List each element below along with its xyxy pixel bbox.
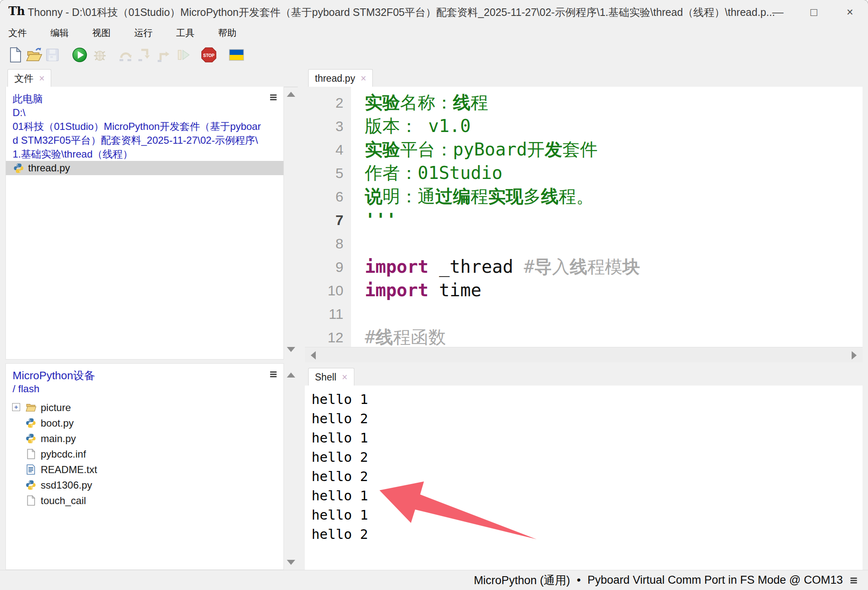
files-tabrow: 文件 × [5, 69, 298, 87]
menu-item-1[interactable]: 编辑 [50, 27, 69, 39]
device-file-row-main.py[interactable]: main.py [6, 431, 283, 446]
device-file-row-README.txt[interactable]: README.txt [6, 462, 283, 477]
line-code: ''' [351, 208, 397, 232]
device-menu-icon[interactable] [269, 370, 278, 379]
tab-shell[interactable]: Shell × [308, 368, 354, 386]
line-number: 3 [305, 114, 351, 138]
interpreter-label[interactable]: MicroPython (通用) [474, 573, 570, 588]
shell-panel[interactable]: hello 2hello 1hello 2hello 1hello 2hello… [305, 386, 863, 570]
menu-item-2[interactable]: 视图 [92, 27, 111, 39]
code-line-9: 9import _thread #导入线程模块 [305, 255, 863, 279]
window-title: Thonny - D:\01科技（01Studio）MicroPython开发套… [28, 0, 775, 25]
code-segment: 过编 [435, 186, 470, 207]
code-segment: 作者：01Studio [365, 163, 502, 183]
close-icon[interactable]: × [342, 372, 347, 383]
line-code: 实验名称：线程 [351, 91, 488, 114]
file-row-thread-py[interactable]: thread.py [6, 161, 283, 175]
device-file-name: README.txt [41, 464, 97, 476]
menu-item-0[interactable]: 文件 [8, 27, 27, 39]
device-file-list: +pictureboot.pymain.pypybcdc.infREADME.t… [6, 400, 283, 508]
files-panel: 此电脑D:\01科技（01Studio）MicroPython开发套件（基于py… [5, 87, 284, 360]
device-scroll-up-icon[interactable] [287, 373, 295, 378]
step-out-icon [156, 47, 172, 63]
file-icon [25, 495, 36, 506]
files-menu-icon[interactable] [269, 93, 278, 102]
separator-dot: • [577, 574, 580, 587]
close-icon[interactable]: × [361, 73, 366, 84]
files-scroll-up-icon[interactable] [287, 92, 295, 97]
shell-output-line: hello 2 [312, 409, 863, 428]
stop-icon[interactable]: STOP [200, 47, 217, 63]
run-icon[interactable] [71, 47, 88, 63]
titlebar[interactable]: Th Thonny - D:\01科技（01Studio）MicroPython… [0, 0, 868, 25]
path-line[interactable]: 01科技（01Studio）MicroPython开发套件（基于pyboar [13, 119, 283, 133]
device-file-row-boot.py[interactable]: boot.py [6, 415, 283, 431]
folder-icon [25, 402, 36, 413]
device-file-name: picture [41, 402, 71, 414]
tab-shell-label: Shell [315, 372, 336, 383]
code-segment: 块 [623, 256, 640, 277]
menu-item-5[interactable]: 帮助 [218, 27, 236, 39]
step-into-icon [136, 47, 153, 63]
line-number: 1 [305, 87, 351, 91]
port-label[interactable]: Pyboard Virtual Comm Port in FS Mode @ C… [587, 574, 843, 587]
scroll-right-icon[interactable] [852, 351, 857, 360]
shell-output-line: hello 1 [312, 390, 863, 409]
path-line[interactable]: d STM32F05平台）配套资料_2025-11-27\02-示例程序\ [13, 133, 283, 147]
line-number: 10 [305, 279, 351, 302]
line-code: 版本： v1.0 [351, 114, 470, 138]
tab-files-label: 文件 [14, 72, 34, 85]
shell-output-line: hello 1 [312, 486, 863, 505]
device-file-name: pybcdc.inf [41, 448, 86, 460]
svg-text:STOP: STOP [203, 53, 214, 58]
tab-files[interactable]: 文件 × [8, 69, 51, 87]
device-file-row-touch_cail[interactable]: touch_cail [6, 493, 283, 508]
new-file-icon[interactable] [7, 47, 23, 63]
editor-horizontal-scrollbar[interactable] [305, 347, 863, 362]
code-segment: 线 [570, 256, 587, 277]
code-segment: 导 [535, 256, 552, 277]
thonny-logo-icon: Th [8, 5, 23, 20]
path-line[interactable]: 此电脑 [13, 92, 283, 106]
device-path[interactable]: / flash [6, 382, 283, 396]
line-number: 8 [305, 232, 351, 255]
code-segment: 明：通 [382, 186, 435, 207]
close-button[interactable]: × [844, 6, 856, 19]
scroll-left-icon[interactable] [311, 351, 316, 360]
code-line-2: 2实验名称：线程 [305, 91, 863, 114]
device-file-row-ssd1306.py[interactable]: ssd1306.py [6, 477, 283, 493]
minimize-button[interactable]: — [772, 6, 784, 19]
editor-tabrow: thread.py × [305, 69, 863, 87]
maximize-button[interactable]: □ [808, 6, 820, 19]
python-file-icon [13, 163, 24, 174]
line-number: 11 [305, 302, 351, 326]
device-file-row-pybcdc.inf[interactable]: pybcdc.inf [6, 446, 283, 462]
ukraine-flag-icon[interactable] [228, 47, 245, 63]
file-name: thread.py [28, 162, 70, 174]
code-line-6: 6说明：通过编程实现多线程。 [305, 185, 863, 208]
path-line[interactable]: 1.基础实验\thread（线程） [13, 147, 283, 161]
menu-item-4[interactable]: 工具 [176, 27, 195, 39]
shell-output-line: hello 2 [312, 525, 863, 544]
code-segment: import [365, 280, 429, 300]
code-editor[interactable]: 12实验名称：线程3版本： v1.04实验平台：pyBoard开发套件5作者：0… [305, 87, 863, 347]
tab-thread-py[interactable]: thread.py × [308, 69, 373, 87]
shell-output-line: hello 1 [312, 505, 863, 525]
line-number: 9 [305, 255, 351, 279]
line-code [351, 232, 365, 255]
debug-icon [91, 47, 108, 63]
menu-item-3[interactable]: 运行 [134, 27, 153, 39]
path-line[interactable]: D:\ [13, 106, 283, 119]
code-segment: 实验 [365, 92, 400, 113]
device-file-name: main.py [41, 433, 76, 445]
expand-icon[interactable]: + [12, 403, 20, 411]
open-file-icon[interactable] [26, 47, 43, 63]
close-icon[interactable]: × [39, 73, 44, 84]
device-file-row-picture[interactable]: +picture [6, 400, 283, 415]
window-controls: — □ × [772, 0, 856, 25]
code-segment: 入 [552, 256, 570, 277]
device-scroll-down-icon[interactable] [287, 560, 295, 565]
files-scroll-down-icon[interactable] [287, 347, 295, 352]
statusbar: MicroPython (通用) • Pyboard Virtual Comm … [0, 570, 868, 590]
statusbar-menu-icon[interactable] [850, 576, 859, 585]
